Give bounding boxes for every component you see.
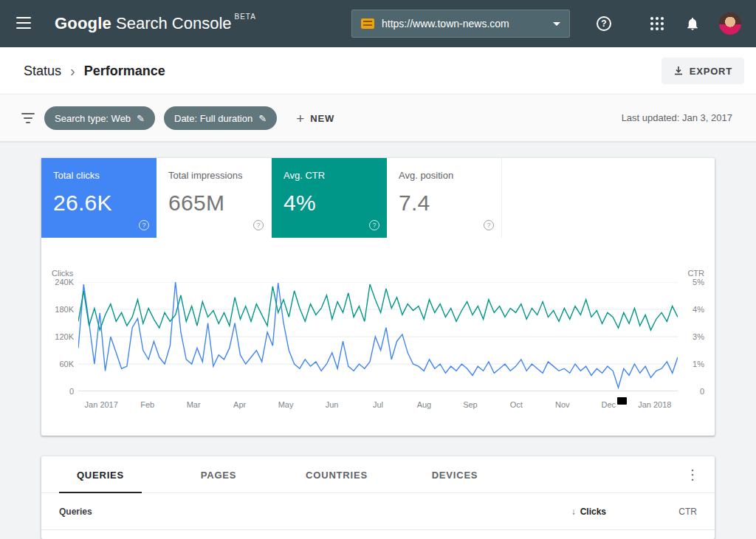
right-axis-ticks: 5%4%3%1%0 (678, 282, 704, 391)
overflow-menu-icon[interactable]: ⋮ (684, 466, 701, 484)
logo-product: Search Console (116, 14, 232, 32)
axis-tick-label: 4% (693, 304, 704, 315)
tab-label: DEVICES (432, 470, 478, 481)
tile-label: Total impressions (168, 170, 242, 181)
axis-tick-label: 120K (55, 332, 74, 342)
left-axis-ticks: 240K180K120K60K0 (52, 282, 78, 391)
tile-value: 4% (284, 190, 316, 216)
menu-icon[interactable] (16, 17, 31, 29)
x-axis-tick-label: Jan 2018 (638, 400, 671, 409)
tab-label: PAGES (201, 470, 237, 481)
column-ctr[interactable]: CTR (678, 507, 697, 517)
x-axis-tick-label: Jan 2017 (85, 400, 118, 409)
breadcrumb-status[interactable]: Status (24, 63, 61, 79)
help-icon[interactable]: ? (369, 220, 379, 230)
table-tabs: QUERIES PAGES COUNTRIES DEVICES ⋮ (41, 456, 715, 493)
tile-avg-ctr[interactable]: Avg. CTR 4% ? (272, 158, 387, 238)
x-axis-tick-label: Oct (510, 400, 523, 409)
app-logo: GoogleSearch ConsoleBETA (55, 14, 256, 33)
property-url: https://www.town-news.com (382, 18, 547, 30)
axis-tick-label: 5% (693, 277, 704, 287)
tile-total-clicks[interactable]: Total clicks 26.6K ? (41, 158, 157, 238)
axis-tick-label: 1% (693, 359, 704, 369)
top-app-bar: GoogleSearch ConsoleBETA https://www.tow… (0, 0, 756, 47)
chip-date-range[interactable]: Date: Full duration ✎ (164, 106, 277, 130)
x-axis-tick-label: Apr (233, 400, 246, 409)
tab-queries[interactable]: QUERIES (41, 456, 159, 493)
tab-pages[interactable]: PAGES (159, 456, 278, 493)
axis-tick-label: 0 (700, 386, 704, 396)
axis-tick-label: 180K (55, 304, 74, 315)
axis-tick-label: 0 (69, 386, 74, 396)
chevron-right-icon: › (70, 63, 75, 80)
column-clicks-label: Clicks (580, 507, 606, 517)
x-axis-ticks: Jan 2017FebMarAprMayJunJulAugSepOctNovDe… (78, 400, 678, 411)
tile-avg-position[interactable]: Avg. position 7.4 ? (387, 158, 502, 238)
header-bar: Status › Performance EXPORT (0, 47, 756, 95)
x-axis-tick-label: Feb (140, 400, 154, 409)
axis-tick-label: 3% (693, 332, 704, 342)
pencil-icon: ✎ (137, 113, 145, 124)
apps-grid-icon (650, 17, 664, 30)
logo-google: Google (55, 14, 111, 32)
plus-icon: + (296, 111, 304, 126)
filter-chips: Search type: Web ✎ Date: Full duration ✎… (44, 106, 334, 130)
help-button[interactable]: ? (595, 15, 613, 32)
tab-label: COUNTRIES (306, 470, 368, 481)
chip-search-type-label: Search type: Web (55, 113, 131, 124)
filter-icon[interactable] (21, 113, 35, 123)
export-button[interactable]: EXPORT (662, 58, 744, 84)
tile-label: Avg. position (399, 170, 453, 181)
queries-table-card: QUERIES PAGES COUNTRIES DEVICES ⋮ Querie… (41, 456, 715, 539)
x-axis-tick-label: May (278, 400, 294, 409)
notifications-button[interactable] (684, 15, 701, 32)
chart-plot[interactable] (78, 282, 678, 391)
axis-tick-label: 240K (55, 277, 74, 287)
page-title: Performance (84, 63, 165, 79)
series-ctr (78, 284, 678, 330)
table-header: Queries ↓ Clicks CTR (41, 493, 715, 530)
tile-label: Total clicks (53, 170, 100, 181)
axis-tick-label: 60K (59, 359, 74, 369)
account-avatar[interactable] (719, 13, 741, 35)
chart-svg (78, 282, 678, 391)
new-filter-button[interactable]: + NEW (296, 111, 334, 126)
performance-chart: Clicks CTR 240K180K120K60K0 5%4%3%1%0 Ja… (52, 269, 704, 411)
filter-bar: Search type: Web ✎ Date: Full duration ✎… (0, 95, 756, 142)
performance-card: Total clicks 26.6K ? Total impressions 6… (41, 158, 715, 436)
help-icon: ? (597, 16, 611, 31)
apps-grid-button[interactable] (648, 15, 666, 32)
beta-badge: BETA (235, 13, 256, 21)
x-axis-tick-label: Jul (373, 400, 383, 409)
tile-value: 665M (168, 190, 224, 216)
new-filter-label: NEW (310, 113, 334, 124)
pencil-icon: ✎ (258, 113, 267, 124)
tab-countries[interactable]: COUNTRIES (278, 456, 396, 493)
tile-label: Avg. CTR (284, 170, 325, 181)
tab-devices[interactable]: DEVICES (396, 456, 514, 493)
chevron-down-icon (553, 22, 560, 26)
x-axis-tick-label: Sep (463, 400, 478, 409)
column-queries: Queries (59, 507, 92, 517)
breadcrumb: Status › Performance (24, 47, 165, 95)
property-selector[interactable]: https://www.town-news.com (351, 10, 570, 38)
property-icon (361, 18, 374, 29)
chip-date-range-label: Date: Full duration (174, 113, 252, 124)
metric-tiles: Total clicks 26.6K ? Total impressions 6… (41, 158, 715, 238)
mouse-cursor (617, 397, 627, 405)
column-clicks-sort[interactable]: ↓ Clicks (571, 507, 606, 517)
x-axis-tick-label: Jun (326, 400, 339, 409)
tab-label: QUERIES (77, 470, 124, 481)
help-icon[interactable]: ? (253, 220, 264, 230)
help-icon[interactable]: ? (484, 220, 494, 230)
x-axis-tick-label: Aug (417, 400, 432, 409)
series-clicks (78, 282, 678, 388)
bell-icon (685, 16, 700, 31)
x-axis-tick-label: Nov (555, 400, 570, 409)
chip-search-type[interactable]: Search type: Web ✎ (44, 106, 155, 130)
help-icon[interactable]: ? (139, 220, 149, 230)
tile-total-impressions[interactable]: Total impressions 665M ? (157, 158, 272, 238)
sort-desc-icon: ↓ (571, 507, 576, 517)
x-axis-tick-label: Mar (187, 400, 201, 409)
last-updated-text: Last updated: Jan 3, 2017 (622, 112, 732, 123)
